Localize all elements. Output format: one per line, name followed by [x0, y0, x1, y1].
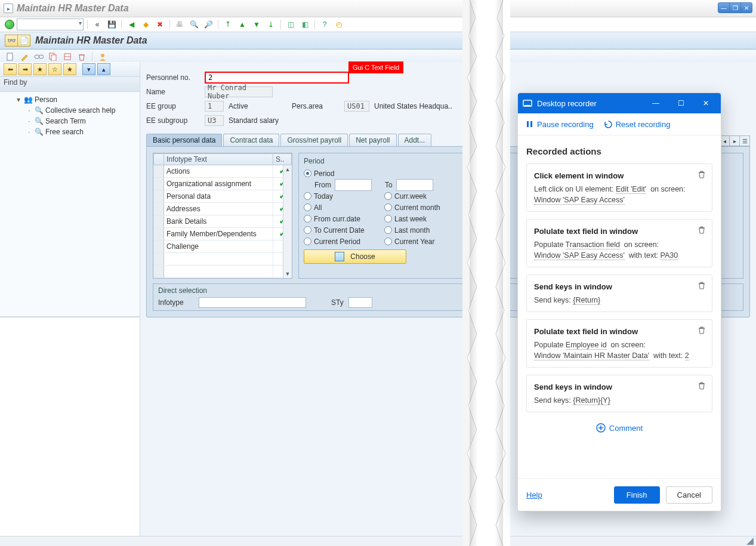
nav-collapse-icon[interactable]: ▴: [97, 63, 110, 75]
radio-option[interactable]: [304, 237, 311, 245]
new-session-icon[interactable]: ◫: [285, 18, 297, 30]
last-page-icon[interactable]: ⤓: [265, 18, 277, 30]
recorded-action-card[interactable]: Polulate text field in windowPopulate Em…: [526, 319, 712, 368]
shortcut-icon[interactable]: ◧: [299, 18, 311, 30]
display-icon[interactable]: [33, 51, 44, 62]
resize-grip-icon[interactable]: [746, 538, 754, 545]
scroll-up-icon[interactable]: ▲: [285, 166, 291, 172]
nav-left-icon[interactable]: ⬅: [4, 63, 17, 75]
delete-action-button[interactable]: [698, 326, 706, 336]
radio-option[interactable]: [304, 192, 311, 200]
table-row[interactable]: Family Member/Dependents✔: [154, 228, 292, 240]
action-param[interactable]: Transaction field: [566, 240, 620, 249]
find-icon[interactable]: 🔍: [188, 18, 200, 30]
recorder-maximize-button[interactable]: ☐: [671, 93, 691, 113]
tree-item[interactable]: · 🔍 Free search: [0, 127, 140, 137]
maximize-button[interactable]: ❐: [729, 2, 741, 13]
tab-scroll-right-icon[interactable]: ▸: [729, 135, 740, 146]
first-page-icon[interactable]: ⤒: [222, 18, 234, 30]
recorder-close-button[interactable]: ✕: [696, 93, 716, 113]
minimize-button[interactable]: —: [718, 2, 730, 13]
collapse-icon[interactable]: ▾: [16, 95, 21, 104]
radio-option[interactable]: [304, 203, 311, 211]
delete-action-button[interactable]: [698, 170, 706, 180]
delete-action-button[interactable]: [698, 226, 706, 236]
radio-option[interactable]: [304, 215, 311, 223]
findby-tree[interactable]: ▾ 👥 Person · 🔍 Collective search help · …: [0, 92, 140, 317]
table-row[interactable]: Actions✔: [154, 165, 292, 178]
print-icon[interactable]: 🖶: [174, 18, 186, 30]
back-icon[interactable]: «: [91, 18, 103, 30]
infotype-grid[interactable]: Infotype Text S.. Actions✔Organizational…: [153, 153, 292, 279]
action-param[interactable]: Window 'SAP Easy Access': [534, 196, 625, 205]
window-menu-icon[interactable]: ▸: [4, 4, 13, 13]
delete-icon[interactable]: [76, 51, 87, 62]
action-param[interactable]: Window 'Maintain HR Master Data': [534, 351, 649, 360]
nav-fav-icon[interactable]: ★: [33, 63, 47, 75]
table-row[interactable]: Organizational assignment✔: [154, 178, 292, 190]
nav-expand-icon[interactable]: ▾: [82, 63, 95, 75]
nav-fav3-icon[interactable]: ★: [63, 63, 76, 75]
radio-option[interactable]: [384, 237, 392, 245]
tab-list-icon[interactable]: ☰: [739, 135, 750, 146]
display-icon[interactable]: 👓: [5, 35, 17, 47]
cancel-button[interactable]: Cancel: [666, 486, 712, 504]
tab-contract-data[interactable]: Contract data: [223, 134, 279, 146]
recorded-action-card[interactable]: Send keys in windowSend keys: {Return}{Y…: [526, 375, 712, 412]
grid-scrollbar[interactable]: ▲ ▼: [283, 165, 292, 278]
radio-option[interactable]: [384, 192, 392, 200]
help-icon[interactable]: ?: [319, 18, 331, 30]
nav-fav2-icon[interactable]: ☆: [48, 63, 61, 75]
radio-period[interactable]: [304, 169, 311, 177]
action-param[interactable]: Employee id: [566, 341, 607, 350]
table-row[interactable]: Addresses✔: [154, 203, 292, 215]
person-overview-icon[interactable]: [97, 51, 108, 62]
action-param[interactable]: Window 'SAP Easy Access': [534, 251, 625, 260]
tree-node-person[interactable]: ▾ 👥 Person: [0, 94, 140, 105]
sty-field[interactable]: [348, 297, 372, 308]
scroll-down-icon[interactable]: ▼: [285, 271, 291, 277]
close-button[interactable]: ✕: [740, 2, 752, 13]
table-row[interactable]: Personal data✔: [154, 190, 292, 203]
overview-icon[interactable]: 📄: [17, 35, 30, 47]
table-row[interactable]: Bank Details✔: [154, 215, 292, 228]
tab-net-payroll[interactable]: Net payroll: [349, 134, 396, 146]
next-page-icon[interactable]: ▼: [251, 18, 263, 30]
tab-gross-net-payroll[interactable]: Gross/net payroll: [280, 134, 348, 146]
choose-button[interactable]: Choose: [304, 249, 406, 264]
action-param[interactable]: {Return}{Y}: [573, 396, 610, 405]
delimit-icon[interactable]: [62, 51, 73, 62]
layout-icon[interactable]: ◴: [333, 18, 345, 30]
radio-option[interactable]: [384, 215, 392, 223]
nav-right-icon[interactable]: ➡: [18, 63, 32, 75]
recorded-action-card[interactable]: Polulate text field in windowPopulate Tr…: [526, 219, 712, 267]
reset-recording-button[interactable]: Reset recording: [604, 120, 671, 129]
tab-additional[interactable]: Addt...: [398, 134, 432, 146]
radio-option[interactable]: [304, 226, 311, 234]
finish-button[interactable]: Finish: [614, 486, 660, 504]
radio-option[interactable]: [384, 226, 392, 234]
action-param[interactable]: PA30: [661, 251, 678, 260]
tree-item[interactable]: · 🔍 Search Term: [0, 116, 140, 127]
comment-button[interactable]: Comment: [526, 419, 712, 441]
action-param[interactable]: {Return}: [573, 296, 600, 305]
delete-action-button[interactable]: [698, 281, 706, 291]
save-icon[interactable]: 💾: [106, 18, 118, 30]
tab-basic-personal-data[interactable]: Basic personal data: [146, 134, 222, 146]
col-status[interactable]: S..: [273, 154, 292, 165]
nav-exit-icon[interactable]: ◆: [140, 18, 152, 30]
action-param[interactable]: 2: [685, 351, 689, 360]
nav-cancel-icon[interactable]: ✖: [154, 18, 166, 30]
period-to-field[interactable]: [396, 179, 433, 191]
find-next-icon[interactable]: 🔎: [202, 18, 214, 30]
delete-action-button[interactable]: [698, 381, 706, 391]
edit-icon[interactable]: [19, 51, 30, 62]
recorder-titlebar[interactable]: Desktop recorder — ☐ ✕: [518, 93, 721, 113]
recorded-action-card[interactable]: Send keys in windowSend keys: {Return}: [526, 274, 712, 312]
action-param[interactable]: Edit 'Edit': [616, 185, 646, 194]
command-field[interactable]: [17, 18, 84, 30]
radio-option[interactable]: [384, 203, 392, 211]
copy-icon[interactable]: [48, 51, 58, 62]
personnel-no-field[interactable]: [205, 72, 349, 84]
pause-recording-button[interactable]: Pause recording: [526, 120, 594, 129]
